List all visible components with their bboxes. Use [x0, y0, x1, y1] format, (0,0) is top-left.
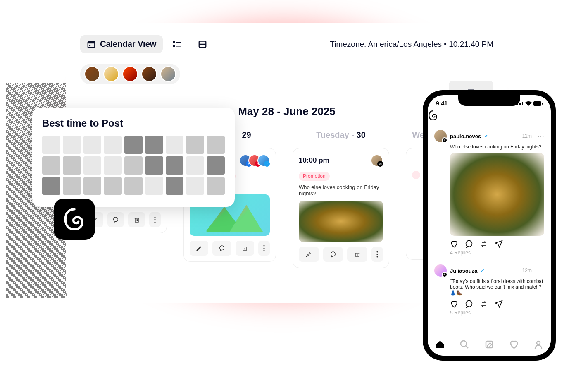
post-time: 10:00 pm — [299, 156, 329, 165]
tab-home[interactable] — [435, 340, 445, 350]
calendar-view-button[interactable]: Calendar View — [80, 35, 163, 53]
heatmap-cell[interactable] — [104, 156, 122, 175]
post-replies[interactable]: 4 Replies — [450, 250, 544, 256]
delete-button[interactable] — [236, 241, 254, 256]
avatar[interactable] — [141, 66, 157, 82]
svg-rect-13 — [135, 218, 138, 222]
heatmap-cell[interactable] — [63, 156, 81, 175]
heatmap-cell[interactable] — [42, 156, 60, 175]
more-button[interactable] — [149, 212, 161, 227]
tab-compose[interactable] — [484, 340, 494, 350]
wifi-icon — [525, 101, 532, 106]
heatmap-cell[interactable] — [63, 177, 81, 195]
post-username[interactable]: Juliasouza — [450, 268, 477, 274]
follow-plus-icon[interactable]: + — [442, 137, 448, 143]
avatar[interactable] — [160, 66, 176, 82]
share-icon[interactable] — [495, 240, 503, 248]
thread-post[interactable]: + paulo.neves ✔ 12m ⋯ Who else loves coo… — [428, 126, 551, 260]
heatmap-cell[interactable] — [83, 177, 102, 195]
heatmap-cell[interactable] — [83, 156, 102, 175]
status-icons — [517, 101, 543, 106]
heatmap-cell[interactable] — [207, 136, 225, 154]
post-more-button[interactable]: ⋯ — [538, 132, 544, 140]
post-time: 12m — [522, 268, 532, 273]
delete-button[interactable] — [347, 247, 367, 262]
svg-rect-40 — [533, 101, 541, 106]
heatmap-cell[interactable] — [104, 136, 122, 154]
post-card[interactable]: 10:00 pm @ Promotion Who else loves cook… — [293, 148, 389, 268]
threads-icon: @ — [377, 161, 383, 167]
heatmap-cell[interactable] — [104, 177, 122, 195]
heatmap-cell[interactable] — [186, 177, 204, 195]
heatmap-cell[interactable] — [83, 136, 102, 154]
svg-point-47 — [537, 341, 540, 345]
comment-button[interactable] — [323, 247, 343, 262]
avatar[interactable] — [84, 66, 100, 82]
tab-activity[interactable] — [509, 340, 519, 350]
phone-notch — [458, 95, 520, 106]
split-icon — [198, 40, 207, 49]
heart-icon[interactable] — [450, 300, 458, 308]
thread-post[interactable]: + Juliasouza ✔ 12m ⋯ "Today's outfit is … — [428, 260, 551, 320]
post-replies[interactable]: 5 Replies — [450, 310, 544, 316]
avatar[interactable] — [122, 66, 138, 82]
heatmap-cell[interactable] — [42, 177, 60, 195]
post-avatar[interactable]: + — [434, 130, 447, 142]
heatmap-cell[interactable] — [145, 136, 163, 154]
svg-point-18 — [154, 219, 155, 220]
svg-point-25 — [263, 245, 264, 246]
day-column: Tuesday - 30 10:00 pm @ Promotion Who el… — [293, 130, 389, 268]
follow-plus-icon[interactable]: + — [442, 272, 448, 278]
split-view-button[interactable] — [197, 38, 208, 50]
comment-icon[interactable] — [465, 240, 473, 248]
heatmap-cell[interactable] — [166, 156, 184, 175]
delete-button[interactable] — [128, 212, 145, 227]
repost-icon[interactable] — [480, 240, 488, 248]
repost-icon[interactable] — [480, 300, 488, 308]
column-date: 30 — [357, 130, 366, 139]
phone-tabbar — [428, 333, 551, 356]
heatmap-cell[interactable] — [145, 177, 163, 195]
svg-point-2 — [89, 44, 91, 46]
heatmap-cell[interactable] — [207, 156, 225, 175]
heatmap-cell[interactable] — [124, 136, 143, 154]
share-icon[interactable] — [495, 300, 503, 308]
heatmap-cell[interactable] — [63, 136, 81, 154]
comment-button[interactable] — [212, 241, 231, 256]
svg-rect-1 — [88, 41, 95, 43]
tab-search[interactable] — [459, 340, 469, 350]
edit-button[interactable] — [190, 241, 208, 256]
post-channels: f p t — [243, 154, 270, 167]
more-button[interactable] — [258, 241, 270, 256]
team-avatars[interactable] — [80, 64, 180, 84]
heatmap-cell[interactable] — [124, 156, 143, 175]
edit-button[interactable] — [299, 247, 319, 262]
heatmap-cell[interactable] — [166, 136, 184, 154]
heatmap-cell[interactable] — [186, 156, 204, 175]
heatmap-cell[interactable] — [186, 136, 204, 154]
heatmap-cell[interactable] — [124, 177, 143, 195]
comment-button[interactable] — [107, 212, 124, 227]
threads-header-logo — [428, 110, 551, 121]
comment-icon[interactable] — [465, 300, 473, 308]
profile-icon — [533, 340, 543, 350]
svg-point-44 — [461, 341, 467, 347]
heatmap-cell[interactable] — [207, 177, 225, 195]
heatmap-cell[interactable] — [166, 177, 184, 195]
post-avatar[interactable]: + — [434, 264, 447, 277]
heatmap-cell[interactable] — [42, 136, 60, 154]
tab-profile[interactable] — [533, 340, 543, 350]
heart-icon[interactable] — [450, 240, 458, 248]
more-button[interactable] — [371, 247, 383, 262]
post-username[interactable]: paulo.neves — [450, 133, 481, 139]
calendar-icon — [87, 40, 96, 49]
svg-point-34 — [376, 254, 378, 255]
post-image[interactable] — [450, 153, 544, 236]
svg-point-35 — [376, 256, 378, 257]
trash-icon — [241, 245, 248, 251]
avatar[interactable] — [103, 66, 119, 82]
svg-rect-5 — [173, 45, 175, 47]
post-more-button[interactable]: ⋯ — [538, 267, 544, 275]
list-view-button[interactable] — [171, 38, 183, 50]
heatmap-cell[interactable] — [145, 156, 163, 175]
